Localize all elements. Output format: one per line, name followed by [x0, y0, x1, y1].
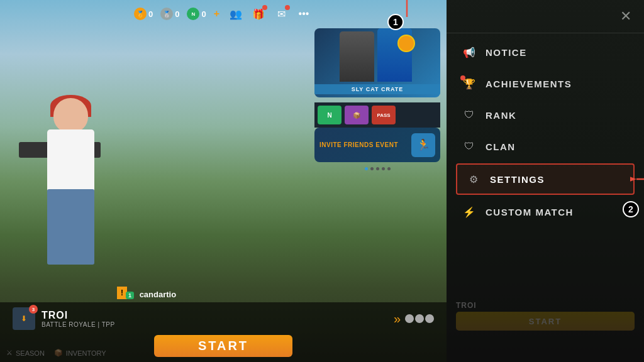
rank-label: RANK: [486, 110, 516, 121]
top-hud: 🏅 0 🥈 0 N 0 + 👥 🎁 ✉ •••: [0, 5, 447, 23]
clan-icon: 🛡: [462, 140, 476, 153]
map-info: TROI BATTLE ROYALE | TPP: [42, 310, 387, 328]
coin-badge: [397, 35, 415, 52]
settings-label: SETTINGS: [490, 174, 545, 185]
currency-silver[interactable]: 🥈 0: [160, 8, 179, 20]
player-icon-3: [425, 314, 434, 323]
player-info: 1 candartio: [126, 290, 176, 299]
player-icon-1: [405, 314, 414, 323]
gold-icon: 🏅: [134, 8, 147, 20]
menu-panel: TROI START ✕ 📢 NOTICE 🏆 ACHIEVEMENTS 🛡 R…: [447, 0, 644, 362]
mail-notification-dot: [285, 5, 290, 10]
map-name: TROI: [42, 310, 387, 321]
add-currency-button[interactable]: +: [214, 8, 219, 19]
friends-icon[interactable]: 👥: [227, 5, 245, 23]
promo-figures: [314, 28, 440, 82]
player-name: candartio: [140, 290, 177, 299]
custom-match-label: CUSTOM MATCH: [486, 207, 574, 217]
currency-gold[interactable]: 🏅 0: [134, 8, 153, 20]
promo-card[interactable]: SLY CAT CRATE: [314, 28, 440, 97]
nc-icon: N: [187, 8, 199, 20]
map-mode: BATTLE ROYALE | TPP: [42, 321, 387, 328]
game-panel: 🏅 0 🥈 0 N 0 + 👥 🎁 ✉ •••: [0, 0, 447, 362]
nc-mini-icon[interactable]: N: [318, 106, 341, 124]
char-figure-2: [377, 28, 412, 82]
notice-icon: 📢: [462, 45, 476, 59]
clan-label: CLAN: [486, 141, 516, 152]
achievements-label: ACHIEVEMENTS: [486, 79, 572, 89]
player-icon-2: [415, 314, 424, 323]
menu-item-achievements[interactable]: 🏆 ACHIEVEMENTS: [447, 68, 644, 99]
more-menu-icon[interactable]: •••: [295, 5, 313, 23]
dimmed-bottom-content: TROI START: [456, 301, 635, 331]
menu-item-clan[interactable]: 🛡 CLAN: [447, 131, 644, 162]
char-head: [53, 98, 88, 133]
annotation-2-arrow: [630, 170, 644, 189]
dot-5: [387, 167, 391, 170]
annotation-circle-2-container: 2: [623, 201, 639, 217]
chest-mini-icon[interactable]: 📦: [345, 106, 369, 124]
notice-label: NOTICE: [486, 47, 527, 58]
dot-3: [376, 167, 379, 170]
map-arrows-icon: »: [394, 312, 399, 326]
silver-icon: 🥈: [160, 8, 173, 20]
map-download-badge: 3: [29, 305, 38, 314]
carousel-dots: [314, 167, 440, 170]
player-level-badge: 1: [126, 292, 134, 299]
hud-icon-group: 👥 🎁 ✉ •••: [227, 5, 313, 23]
char-pants: [47, 189, 94, 265]
annotation-1-arrow: [391, 0, 423, 17]
menu-item-custom-match[interactable]: ⚡ CUSTOM MATCH: [447, 196, 644, 228]
map-selector[interactable]: ⬇ 3 TROI BATTLE ROYALE | TPP »: [0, 302, 447, 335]
dot-4: [382, 167, 385, 170]
char-torso: [47, 129, 94, 192]
mini-icons-row: N 📦 PASS: [314, 102, 440, 128]
promo-card-label: SLY CAT CRATE: [314, 84, 440, 94]
gift-notification-dot: [262, 5, 267, 10]
mail-icon[interactable]: ✉: [272, 5, 290, 23]
custom-match-icon: ⚡: [462, 205, 476, 219]
dimmed-start-button: START: [456, 312, 635, 331]
menu-item-rank[interactable]: 🛡 RANK: [447, 99, 644, 131]
menu-item-settings[interactable]: ⚙ SETTINGS: [456, 163, 635, 195]
annotation-circle-2: 2: [623, 201, 639, 217]
char-figure-1: [340, 31, 374, 82]
dot-2: [370, 167, 374, 170]
content-area: SLY CAT CRATE N 📦 PASS INVITE FRIENDS EV…: [314, 28, 440, 174]
achievements-notification-dot: [460, 75, 465, 80]
start-button[interactable]: START: [154, 335, 292, 357]
bottom-bar: ⬇ 3 TROI BATTLE ROYALE | TPP » START: [0, 302, 447, 362]
settings-icon: ⚙: [467, 172, 480, 186]
map-download-icon[interactable]: ⬇ 3: [13, 307, 35, 330]
currency-nc[interactable]: N 0: [187, 8, 206, 20]
menu-item-notice[interactable]: 📢 NOTICE: [447, 36, 644, 68]
dimmed-map-name: TROI: [456, 301, 635, 310]
pass-mini-icon[interactable]: PASS: [372, 106, 396, 124]
player-count-icons: [405, 314, 434, 323]
gift-icon[interactable]: 🎁: [250, 5, 267, 23]
character-display: [19, 98, 132, 312]
invite-event-label: INVITE FRIENDS EVENT: [319, 141, 406, 148]
invite-event-card[interactable]: INVITE FRIENDS EVENT 🏃: [314, 128, 440, 162]
dot-1: [365, 167, 368, 170]
invite-event-icon: 🏃: [411, 133, 435, 157]
rank-icon: 🛡: [462, 108, 476, 122]
